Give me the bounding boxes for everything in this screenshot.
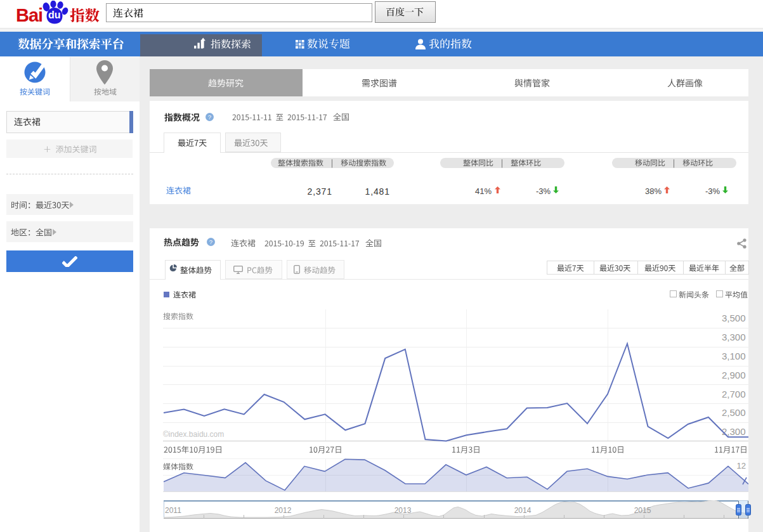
svg-text:?: ? bbox=[209, 238, 212, 245]
svg-text:?: ? bbox=[208, 114, 211, 120]
